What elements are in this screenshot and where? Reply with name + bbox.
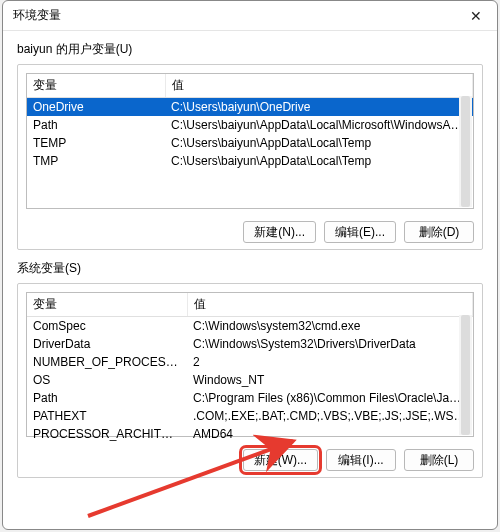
dialog-body: baiyun 的用户变量(U) 变量 值 OneDriveC:\Users\ba…: [3, 31, 497, 529]
sys-vars-table[interactable]: 变量 值 ComSpecC:\Windows\system32\cmd.exeD…: [27, 293, 473, 443]
var-name-cell: OneDrive: [27, 98, 165, 117]
table-row[interactable]: OSWindows_NT: [27, 371, 473, 389]
table-row[interactable]: TEMPC:\Users\baiyun\AppData\Local\Temp: [27, 134, 473, 152]
var-name-cell: Path: [27, 389, 187, 407]
var-value-cell: C:\Users\baiyun\AppData\Local\Temp: [165, 134, 473, 152]
user-new-button[interactable]: 新建(N)...: [243, 221, 316, 243]
scrollbar[interactable]: [459, 315, 472, 435]
var-value-cell: C:\Users\baiyun\OneDrive: [165, 98, 473, 117]
var-name-cell: Path: [27, 116, 165, 134]
user-edit-button[interactable]: 编辑(E)...: [324, 221, 396, 243]
window-title: 环境变量: [13, 7, 61, 24]
user-vars-fieldset: 变量 值 OneDriveC:\Users\baiyun\OneDrivePat…: [17, 64, 483, 250]
table-row[interactable]: PROCESSOR_ARCHITECT...AMD64: [27, 425, 473, 443]
sys-vars-fieldset: 变量 值 ComSpecC:\Windows\system32\cmd.exeD…: [17, 283, 483, 478]
col-header-name[interactable]: 变量: [27, 293, 187, 317]
var-name-cell: NUMBER_OF_PROCESSORS: [27, 353, 187, 371]
user-vars-group: baiyun 的用户变量(U) 变量 值 OneDriveC:\Users\ba…: [17, 41, 483, 250]
sys-vars-label: 系统变量(S): [17, 260, 483, 277]
scrollbar[interactable]: [459, 96, 472, 207]
close-button[interactable]: ✕: [455, 2, 497, 30]
table-row[interactable]: DriverDataC:\Windows\System32\Drivers\Dr…: [27, 335, 473, 353]
table-row[interactable]: ComSpecC:\Windows\system32\cmd.exe: [27, 317, 473, 336]
var-value-cell: 2: [187, 353, 473, 371]
sys-vars-table-wrap: 变量 值 ComSpecC:\Windows\system32\cmd.exeD…: [26, 292, 474, 437]
var-name-cell: OS: [27, 371, 187, 389]
var-name-cell: DriverData: [27, 335, 187, 353]
user-vars-buttons: 新建(N)... 编辑(E)... 删除(D): [26, 221, 474, 243]
titlebar: 环境变量 ✕: [3, 1, 497, 31]
var-name-cell: TEMP: [27, 134, 165, 152]
var-name-cell: TMP: [27, 152, 165, 170]
user-delete-button[interactable]: 删除(D): [404, 221, 474, 243]
col-header-value[interactable]: 值: [165, 74, 473, 98]
var-value-cell: C:\Windows\system32\cmd.exe: [187, 317, 473, 336]
sys-edit-button[interactable]: 编辑(I)...: [326, 449, 396, 471]
sys-new-button[interactable]: 新建(W)...: [243, 449, 318, 471]
env-vars-dialog: 环境变量 ✕ baiyun 的用户变量(U) 变量 值: [2, 0, 498, 530]
table-row[interactable]: TMPC:\Users\baiyun\AppData\Local\Temp: [27, 152, 473, 170]
var-name-cell: PROCESSOR_ARCHITECT...: [27, 425, 187, 443]
table-row[interactable]: PATHEXT.COM;.EXE;.BAT;.CMD;.VBS;.VBE;.JS…: [27, 407, 473, 425]
sys-vars-group: 系统变量(S) 变量 值 ComSpecC:\Windows\system32\…: [17, 260, 483, 478]
var-name-cell: PATHEXT: [27, 407, 187, 425]
user-vars-table-wrap: 变量 值 OneDriveC:\Users\baiyun\OneDrivePat…: [26, 73, 474, 209]
sys-delete-button[interactable]: 删除(L): [404, 449, 474, 471]
var-value-cell: C:\Users\baiyun\AppData\Local\Temp: [165, 152, 473, 170]
col-header-name[interactable]: 变量: [27, 74, 165, 98]
table-row[interactable]: OneDriveC:\Users\baiyun\OneDrive: [27, 98, 473, 117]
var-value-cell: AMD64: [187, 425, 473, 443]
var-value-cell: C:\Windows\System32\Drivers\DriverData: [187, 335, 473, 353]
var-value-cell: C:\Program Files (x86)\Common Files\Orac…: [187, 389, 473, 407]
var-name-cell: ComSpec: [27, 317, 187, 336]
table-row[interactable]: PathC:\Program Files (x86)\Common Files\…: [27, 389, 473, 407]
sys-vars-buttons: 新建(W)... 编辑(I)... 删除(L): [26, 449, 474, 471]
var-value-cell: Windows_NT: [187, 371, 473, 389]
table-row[interactable]: PathC:\Users\baiyun\AppData\Local\Micros…: [27, 116, 473, 134]
var-value-cell: .COM;.EXE;.BAT;.CMD;.VBS;.VBE;.JS;.JSE;.…: [187, 407, 473, 425]
scrollbar-thumb[interactable]: [461, 96, 470, 207]
close-icon: ✕: [470, 8, 482, 24]
var-value-cell: C:\Users\baiyun\AppData\Local\Microsoft\…: [165, 116, 473, 134]
user-vars-label: baiyun 的用户变量(U): [17, 41, 483, 58]
user-vars-table[interactable]: 变量 值 OneDriveC:\Users\baiyun\OneDrivePat…: [27, 74, 473, 170]
table-row[interactable]: NUMBER_OF_PROCESSORS2: [27, 353, 473, 371]
scrollbar-thumb[interactable]: [461, 315, 470, 435]
col-header-value[interactable]: 值: [187, 293, 473, 317]
